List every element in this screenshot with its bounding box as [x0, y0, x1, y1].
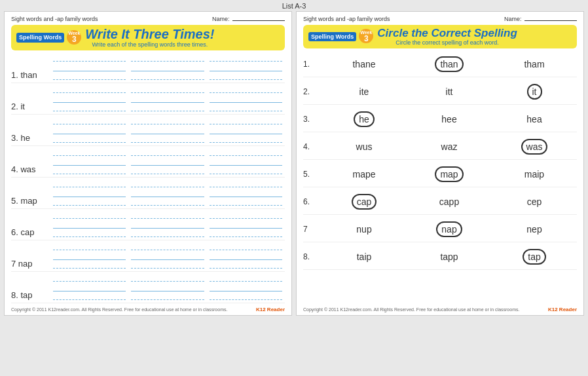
circle-option: it: [527, 84, 542, 100]
circle-option: hee: [407, 114, 492, 124]
page1-badge-area: Spelling Words Week 3: [16, 30, 81, 46]
circle-option: maip: [492, 169, 577, 179]
circle-row: 6.capcappcep: [303, 189, 577, 215]
write-lines: [128, 147, 206, 176]
circle-option: thane: [322, 59, 407, 69]
page2-banner-subtitle: Circle the correct spelling of each word…: [377, 39, 517, 46]
circle-option: wus: [322, 141, 407, 152]
page-2: Sight words and -ap family words Name: S…: [296, 11, 584, 316]
circle-option: than: [435, 56, 463, 72]
circle-num: 7: [303, 225, 322, 234]
circle-num: 2.: [303, 87, 322, 96]
write-row: 2. it: [11, 85, 285, 115]
pages-container: Sight words and -ap family words Name: S…: [0, 11, 588, 318]
circle-option-wrapper: tap: [492, 249, 577, 265]
circle-option-wrapper: than: [407, 56, 492, 72]
write-lines: [207, 179, 285, 207]
circle-option: nap: [436, 221, 462, 237]
circle-option: was: [521, 139, 548, 155]
write-lines: [207, 210, 285, 238]
circle-option: he: [354, 111, 375, 127]
write-lines: [50, 116, 128, 144]
write-row: 1. than: [11, 53, 285, 83]
circle-option: nup: [322, 224, 407, 235]
circle-option: cap: [352, 194, 377, 210]
circle-option-wrapper: he: [322, 111, 407, 127]
write-lines: [207, 53, 285, 81]
write-lines: [50, 179, 128, 207]
page2-logo: K12 Reader: [548, 307, 577, 312]
circle-option: cep: [492, 197, 577, 207]
write-lines: [128, 273, 206, 301]
write-lines: [128, 242, 206, 270]
write-lines: [207, 147, 285, 176]
write-row: 7 nap: [11, 242, 285, 272]
write-lines: [128, 210, 206, 238]
circle-option: tham: [492, 59, 577, 69]
write-lines: [128, 85, 206, 113]
page1-name: Name:: [212, 16, 285, 22]
page2-subtitle: Sight words and -ap family words: [303, 16, 390, 22]
page1-banner-content: Write It Three Times! Write each of the …: [85, 28, 214, 48]
circle-num: 6.: [303, 197, 322, 206]
circle-row: 8.taiptapptap: [303, 244, 577, 270]
write-lines: [207, 116, 285, 144]
page2-week-badge: Week 3: [359, 29, 373, 43]
page1-subtitle: Sight words and -ap family words: [11, 16, 98, 22]
circle-option: ite: [322, 86, 407, 97]
circle-option-wrapper: it: [492, 84, 577, 100]
circle-num: 3.: [303, 115, 322, 124]
write-lines: [128, 179, 206, 207]
word-label: 5. map: [11, 196, 50, 207]
write-row: 5. map: [11, 179, 285, 209]
write-lines: [50, 147, 128, 176]
circle-num: 5.: [303, 170, 322, 179]
circle-option: map: [435, 166, 463, 182]
write-lines: [50, 242, 128, 270]
circle-num: 4.: [303, 142, 322, 151]
page1-banner: Spelling Words Week 3 Write It Three Tim…: [11, 25, 285, 50]
word-label: 3. he: [11, 133, 50, 144]
word-label: 1. than: [11, 70, 50, 81]
page1-logo: K12 Reader: [256, 307, 285, 312]
page2-word-rows: 1.thanethantham2.iteittit3.heheehea4.wus…: [303, 51, 577, 303]
circle-option-wrapper: map: [407, 166, 492, 182]
circle-option: mape: [322, 169, 407, 179]
write-lines: [128, 116, 206, 144]
write-lines: [50, 210, 128, 238]
word-label: 7 nap: [11, 259, 50, 270]
page2-badge-area: Spelling Words Week 3: [308, 29, 373, 45]
page2-banner: Spelling Words Week 3 Circle the Correct…: [303, 25, 577, 48]
write-lines: [207, 242, 285, 270]
page-1: Sight words and -ap family words Name: S…: [4, 11, 292, 316]
circle-row: 4.wuswazwas: [303, 134, 577, 160]
page2-spelling-words: Spelling Words: [308, 32, 356, 42]
circle-row: 5.mapemapmaip: [303, 161, 577, 187]
circle-option: waz: [407, 141, 492, 152]
circle-option: hea: [492, 114, 577, 124]
page2-banner-content: Circle the Correct Spelling Circle the c…: [377, 28, 517, 46]
write-lines: [50, 53, 128, 81]
circle-option: tap: [523, 249, 545, 265]
word-label: 6. cap: [11, 227, 50, 238]
circle-num: 1.: [303, 60, 322, 69]
page1-header: Sight words and -ap family words Name:: [11, 16, 285, 22]
write-row: 6. cap: [11, 210, 285, 240]
list-label: List A-3: [0, 0, 588, 11]
page2-footer-text: Copyright © 2011 K12reader.com. All Righ…: [303, 307, 519, 312]
word-label: 4. was: [11, 164, 50, 176]
write-lines: [50, 85, 128, 113]
circle-row: 3.heheehea: [303, 106, 577, 132]
word-label: 2. it: [11, 102, 50, 113]
circle-option-wrapper: nap: [407, 221, 492, 237]
write-row: 8. tap: [11, 273, 285, 303]
page2-banner-title: Circle the Correct Spelling: [377, 28, 517, 39]
write-row: 4. was: [11, 147, 285, 178]
page2-week-num: 3: [364, 35, 369, 43]
write-lines: [128, 53, 206, 81]
page1-word-rows: 1. than2. it3. he4. was5. map6. cap7 nap…: [11, 53, 285, 303]
write-row: 3. he: [11, 116, 285, 146]
page2-footer: Copyright © 2011 K12reader.com. All Righ…: [303, 305, 577, 312]
page1-footer-text: Copyright © 2011 K12reader.com. All Righ…: [11, 307, 227, 312]
page1-banner-title: Write It Three Times!: [85, 28, 214, 41]
